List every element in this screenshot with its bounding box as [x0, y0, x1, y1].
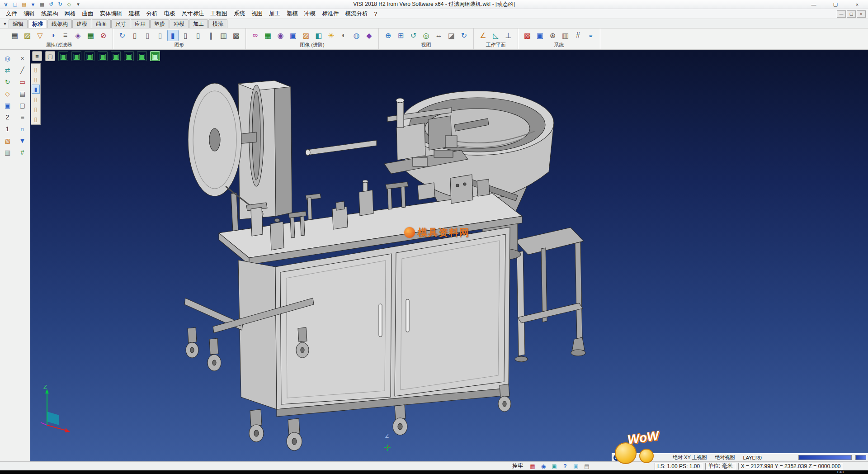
menu-item[interactable]: 电极: [161, 9, 179, 19]
arc-tool-icon[interactable]: ∩: [17, 124, 28, 134]
menu-item[interactable]: 编辑: [20, 9, 38, 19]
system-help-icon[interactable]: ◒: [585, 30, 596, 41]
move-icon[interactable]: ⇄: [2, 65, 13, 76]
redo-icon[interactable]: ↻: [56, 1, 64, 8]
undo-icon[interactable]: ↺: [47, 1, 55, 8]
view-orientation-status[interactable]: 绝对 XY 上视图: [670, 454, 709, 461]
wireframe-cylinder-icon[interactable]: ▯: [129, 30, 141, 41]
zoom-extents-icon[interactable]: ⊕: [382, 30, 394, 41]
workspace-tab[interactable]: 线架构: [47, 19, 72, 28]
background-icon[interactable]: ◧: [313, 30, 324, 41]
scroll-color-swatch[interactable]: [855, 455, 866, 460]
display-mode-5-icon[interactable]: ▯: [32, 104, 40, 114]
regen-icon[interactable]: ↻: [117, 30, 128, 41]
workspace-tab[interactable]: 曲面: [92, 19, 111, 28]
workspace-tab[interactable]: 加工: [189, 19, 208, 28]
zoom-select-icon[interactable]: ◎: [2, 53, 13, 64]
redraw-icon[interactable]: ↻: [458, 30, 470, 41]
snap-settings-icon[interactable]: #: [572, 30, 584, 41]
menu-item[interactable]: 文件: [3, 9, 20, 19]
workspace-tab[interactable]: 编辑: [9, 19, 28, 28]
layer-list-icon[interactable]: ▥: [2, 147, 13, 158]
menu-item[interactable]: 分析: [143, 9, 161, 19]
workspace-tab[interactable]: 模流: [208, 19, 227, 28]
solid-display-icon[interactable]: ▣: [2, 100, 13, 111]
display-mode-2-icon[interactable]: ▯: [32, 75, 40, 84]
render-capture-icon[interactable]: ◉: [275, 30, 286, 41]
context-help-icon[interactable]: ?: [561, 463, 570, 470]
active-layer-button[interactable]: LAYER0: [741, 455, 764, 460]
menu-item[interactable]: 系统: [231, 9, 248, 19]
menu-item[interactable]: 曲面: [79, 9, 97, 19]
view-menu-icon[interactable]: ≡: [32, 51, 42, 61]
workspace-tab[interactable]: 塑膜: [150, 19, 169, 28]
material-icon[interactable]: ◐: [338, 30, 349, 41]
system-settings-icon[interactable]: ⊛: [547, 30, 558, 41]
rotate-icon[interactable]: ↻: [2, 77, 13, 87]
color-filter-icon[interactable]: ◑: [47, 30, 58, 41]
image-grid-icon[interactable]: ▦: [262, 30, 274, 41]
open-file-icon[interactable]: ▤: [20, 1, 28, 8]
display-settings-icon[interactable]: ▣: [534, 30, 546, 41]
mdi-close-button[interactable]: ×: [857, 10, 866, 18]
workplane-tool-icon[interactable]: ◇: [2, 89, 13, 99]
menu-item[interactable]: ?: [371, 9, 381, 19]
save-icon[interactable]: ▼: [29, 1, 37, 8]
database-icon[interactable]: ▥: [560, 30, 571, 41]
display-mode-1-icon[interactable]: ▯: [32, 65, 40, 74]
box-select-icon[interactable]: ▢: [17, 100, 28, 111]
menu-item[interactable]: 视图: [248, 9, 266, 19]
filter-funnel-icon[interactable]: ▽: [34, 30, 46, 41]
previous-view-icon[interactable]: ↺: [408, 30, 419, 41]
multi-cylinder-icon[interactable]: ∥: [205, 30, 217, 41]
texture-icon[interactable]: ▨: [300, 30, 311, 41]
flat-shaded-cylinder-icon[interactable]: ▯: [180, 30, 191, 41]
absolute-view-button[interactable]: 绝对视图: [713, 454, 737, 461]
print-icon[interactable]: ▦: [38, 1, 46, 8]
snap-grid-icon[interactable]: ▦: [528, 463, 537, 470]
layer-state-icon[interactable]: ▤: [582, 463, 591, 470]
top-view-icon[interactable]: ▣: [85, 51, 94, 61]
snap-lock-toggle[interactable]: 拴牢: [510, 462, 525, 470]
color-table-icon[interactable]: ▩: [522, 30, 533, 41]
workplane-normal-icon[interactable]: ⊥: [503, 30, 514, 41]
transparency-icon[interactable]: ◍: [351, 30, 362, 41]
view-window-icon[interactable]: ▢: [45, 51, 55, 61]
grid-snap-icon[interactable]: #: [17, 147, 28, 158]
snapshot-icon[interactable]: ▣: [288, 30, 299, 41]
mdi-minimize-button[interactable]: —: [837, 10, 846, 18]
display-mode-3-icon[interactable]: ▮: [32, 85, 40, 94]
palette-icon[interactable]: ▧: [2, 136, 13, 146]
close-button[interactable]: ×: [846, 0, 868, 9]
menu-item[interactable]: 实体编辑: [97, 9, 126, 19]
menu-item[interactable]: 网格: [61, 9, 79, 19]
minimize-button[interactable]: —: [803, 0, 825, 9]
left-view-icon[interactable]: ▣: [124, 51, 134, 61]
sheet-icon[interactable]: ▤: [17, 89, 28, 99]
workspace-tab[interactable]: 建模: [72, 19, 91, 28]
maximize-button[interactable]: ▢: [825, 0, 846, 9]
sketch-icon[interactable]: ╱: [17, 65, 28, 76]
menu-item[interactable]: 标准件: [319, 9, 342, 19]
zoom-window-icon[interactable]: ⊞: [395, 30, 406, 41]
shaded-cylinder-icon[interactable]: ▮: [167, 30, 179, 41]
display-mode-4-icon[interactable]: ▯: [32, 95, 40, 104]
view-orientation-icon[interactable]: ◪: [446, 30, 457, 41]
point-1-icon[interactable]: 1: [2, 124, 13, 134]
wcs-icon[interactable]: ▣: [571, 463, 580, 470]
menu-item[interactable]: 冲模: [301, 9, 319, 19]
outline-cylinder-icon[interactable]: ▯: [193, 30, 204, 41]
workspace-tab[interactable]: 应用: [131, 19, 150, 28]
menu-item[interactable]: 建模: [126, 9, 143, 19]
selection-mask-icon[interactable]: ▦: [85, 30, 96, 41]
cylinder-rows-icon[interactable]: ▥: [218, 30, 229, 41]
properties-icon[interactable]: ▤: [9, 30, 20, 41]
front-view-icon[interactable]: ▣: [98, 51, 108, 61]
lighting-icon[interactable]: ☀: [326, 30, 337, 41]
dynamic-rotate-icon[interactable]: ◎: [420, 30, 432, 41]
shading-options-icon[interactable]: ▩: [231, 30, 242, 41]
right-view-icon[interactable]: ▣: [111, 51, 121, 61]
pan-view-icon[interactable]: ↔: [433, 30, 444, 41]
layer-filter-icon[interactable]: ≡: [60, 30, 71, 41]
erase-icon[interactable]: ▭: [17, 77, 28, 87]
